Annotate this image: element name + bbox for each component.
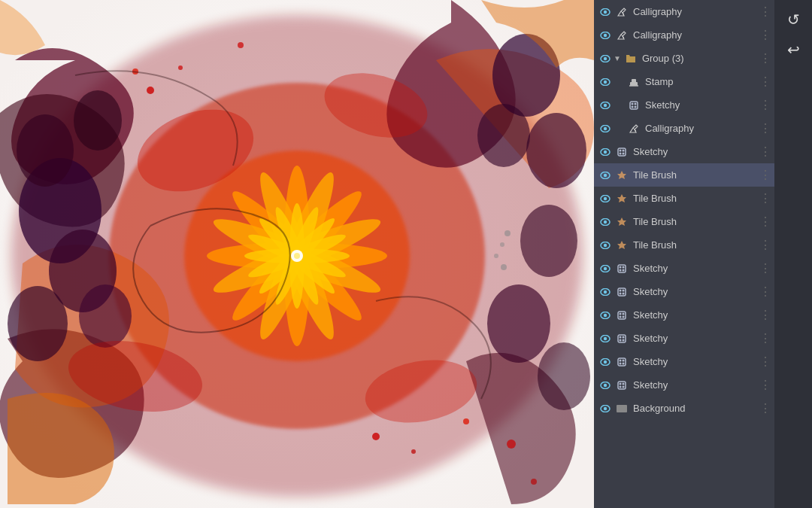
svg-point-84 — [604, 196, 607, 199]
layer-name-label: Calligraphy — [633, 29, 758, 41]
layer-visibility-toggle[interactable] — [597, 120, 614, 137]
layer-visibility-toggle[interactable] — [597, 330, 614, 347]
svg-point-60 — [604, 80, 607, 83]
svg-point-34 — [147, 87, 154, 94]
layer-visibility-toggle[interactable] — [597, 284, 614, 300]
svg-point-43 — [504, 230, 511, 236]
svg-point-111 — [604, 336, 607, 339]
layer-row[interactable]: Calligraphy⋮ — [594, 0, 774, 23]
layer-name-label: Sketchy — [633, 333, 758, 344]
svg-point-88 — [604, 243, 607, 246]
layer-row[interactable]: Tile Brush⋮ — [594, 187, 774, 210]
layer-visibility-toggle[interactable] — [597, 190, 614, 207]
svg-point-33 — [538, 342, 590, 410]
layer-row[interactable]: Sketchy⋮ — [594, 140, 774, 163]
layer-row[interactable]: Tile Brush⋮ — [594, 233, 774, 257]
layer-row[interactable]: Sketchy⋮ — [594, 373, 774, 397]
canvas-area[interactable] — [0, 0, 594, 508]
svg-point-27 — [74, 90, 122, 151]
layer-options-button[interactable]: ⋮ — [758, 75, 771, 89]
svg-point-82 — [604, 173, 607, 176]
svg-point-52 — [604, 10, 607, 13]
svg-point-26 — [17, 114, 74, 187]
layer-options-button[interactable]: ⋮ — [758, 168, 771, 182]
redo-button[interactable]: ↩ — [780, 36, 807, 63]
layer-row[interactable]: Stamp⋮ — [594, 70, 774, 93]
layer-visibility-toggle[interactable] — [597, 167, 614, 184]
layer-row[interactable]: Calligraphy⋮ — [594, 117, 774, 140]
layer-visibility-toggle[interactable] — [597, 50, 614, 67]
svg-point-118 — [604, 360, 607, 363]
layer-row[interactable]: Tile Brush⋮ — [594, 210, 774, 233]
svg-point-30 — [477, 104, 530, 167]
layer-visibility-toggle[interactable] — [597, 260, 614, 277]
layer-visibility-toggle[interactable] — [597, 237, 614, 254]
sketchy-icon — [614, 260, 630, 277]
layer-visibility-toggle[interactable] — [597, 354, 614, 370]
layer-options-button[interactable]: ⋮ — [758, 191, 771, 205]
layer-row[interactable]: Background⋮ — [594, 397, 774, 420]
svg-point-100 — [623, 289, 625, 291]
layer-options-button[interactable]: ⋮ — [758, 121, 771, 135]
layer-visibility-toggle[interactable] — [597, 214, 614, 230]
layer-options-button[interactable]: ⋮ — [758, 5, 771, 19]
svg-point-106 — [620, 312, 622, 315]
layer-visibility-toggle[interactable] — [597, 74, 614, 90]
svg-point-65 — [604, 103, 607, 106]
layer-name-label: Calligraphy — [645, 123, 758, 134]
layer-options-button[interactable]: ⋮ — [758, 238, 771, 252]
layer-row[interactable]: Sketchy⋮ — [594, 327, 774, 350]
layer-visibility-toggle[interactable] — [597, 97, 614, 114]
layer-row[interactable]: ▼Group (3)⋮ — [594, 47, 774, 70]
layer-name-label: Tile Brush — [633, 216, 758, 227]
layer-options-button[interactable]: ⋮ — [758, 144, 771, 159]
layer-options-button[interactable]: ⋮ — [758, 331, 771, 345]
svg-point-35 — [178, 65, 183, 70]
svg-rect-98 — [618, 288, 626, 296]
layer-visibility-toggle[interactable] — [597, 4, 614, 20]
layer-options-button[interactable]: ⋮ — [758, 284, 771, 299]
layer-visibility-toggle[interactable] — [597, 27, 614, 44]
layer-visibility-toggle[interactable] — [597, 307, 614, 324]
layer-row[interactable]: Sketchy⋮ — [594, 350, 774, 373]
layer-name-label: Sketchy — [633, 286, 758, 297]
svg-rect-105 — [618, 312, 626, 319]
layer-options-button[interactable]: ⋮ — [758, 98, 771, 112]
layer-options-button[interactable]: ⋮ — [758, 354, 771, 369]
undo-button[interactable]: ↺ — [780, 6, 807, 33]
svg-point-128 — [623, 382, 625, 385]
layer-visibility-toggle[interactable] — [597, 377, 614, 394]
svg-point-90 — [604, 266, 607, 269]
layer-name-label: Sketchy — [633, 379, 758, 391]
layer-options-button[interactable]: ⋮ — [758, 214, 771, 229]
layer-options-button[interactable]: ⋮ — [758, 261, 771, 275]
svg-rect-119 — [618, 358, 626, 366]
svg-point-25 — [79, 284, 132, 348]
svg-point-79 — [620, 152, 622, 154]
layers-panel[interactable]: Calligraphy⋮Calligraphy⋮▼Group (3)⋮Stamp… — [594, 0, 774, 508]
layer-options-button[interactable]: ⋮ — [758, 308, 771, 322]
svg-point-86 — [604, 220, 607, 223]
layer-visibility-toggle[interactable] — [597, 400, 614, 417]
layer-name-label: Tile Brush — [633, 169, 758, 181]
layer-row[interactable]: Sketchy⋮ — [594, 93, 774, 117]
layer-row[interactable]: Calligraphy⋮ — [594, 23, 774, 47]
svg-point-41 — [507, 440, 516, 449]
layer-options-button[interactable]: ⋮ — [758, 28, 771, 42]
svg-point-122 — [620, 362, 622, 364]
sketchy-icon — [614, 144, 630, 160]
group-expand-arrow[interactable]: ▼ — [614, 54, 621, 62]
layer-options-button[interactable]: ⋮ — [758, 51, 771, 65]
layer-row[interactable]: Tile Brush⋮ — [594, 163, 774, 187]
sketchy-icon — [626, 97, 642, 114]
layer-row[interactable]: Sketchy⋮ — [594, 257, 774, 280]
layer-row[interactable]: Sketchy⋮ — [594, 280, 774, 303]
svg-point-101 — [620, 292, 622, 294]
layer-row[interactable]: Sketchy⋮ — [594, 303, 774, 327]
svg-point-24 — [8, 286, 68, 361]
tile-brush-icon — [614, 214, 630, 230]
layer-options-button[interactable]: ⋮ — [758, 378, 771, 392]
layer-visibility-toggle[interactable] — [597, 144, 614, 160]
layer-options-button[interactable]: ⋮ — [758, 401, 771, 415]
layer-name-label: Sketchy — [633, 146, 758, 157]
